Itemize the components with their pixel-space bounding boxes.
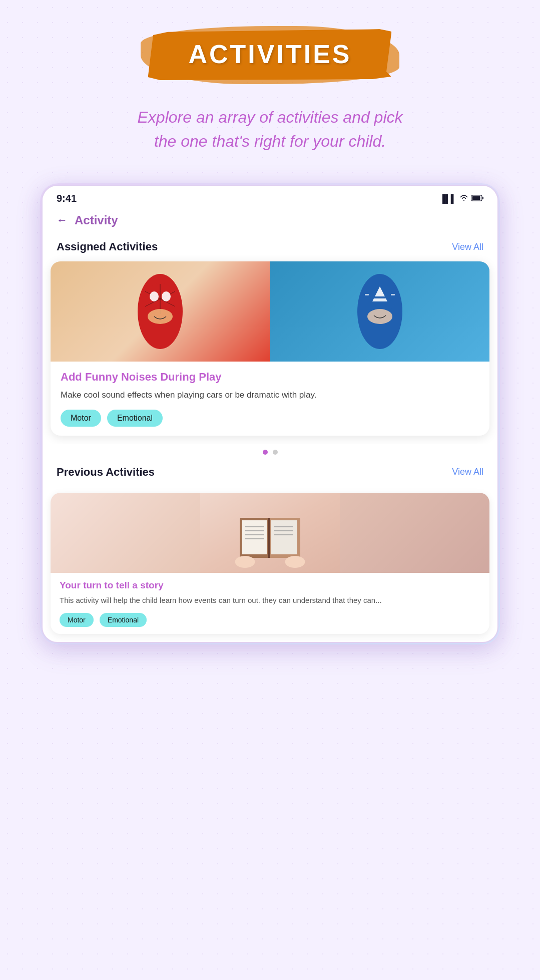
svg-point-33 bbox=[235, 556, 255, 568]
previous-view-all[interactable]: View All bbox=[452, 467, 483, 477]
dots-indicator bbox=[43, 444, 497, 461]
phone-mockup: 9:41 ▐▌▌ bbox=[40, 183, 500, 644]
status-bar: 9:41 ▐▌▌ bbox=[43, 186, 497, 208]
svg-point-8 bbox=[150, 291, 159, 301]
tag-emotional: Emotional bbox=[107, 410, 163, 427]
previous-tag-motor: Motor bbox=[60, 613, 94, 627]
svg-rect-15 bbox=[365, 294, 369, 295]
svg-point-17 bbox=[367, 309, 392, 324]
svg-point-10 bbox=[148, 309, 173, 324]
previous-card-body: Your turn to tell a story This activity … bbox=[51, 573, 489, 634]
page-subtitle: Explore an array of activities and pickt… bbox=[40, 105, 500, 153]
back-button[interactable]: ← bbox=[57, 214, 68, 227]
assigned-section-header: Assigned Activities View All bbox=[43, 235, 497, 261]
svg-rect-14 bbox=[374, 296, 386, 298]
dot-1 bbox=[263, 450, 268, 455]
previous-section-title: Previous Activities bbox=[57, 466, 155, 479]
svg-rect-16 bbox=[391, 294, 395, 295]
previous-card-tags: Motor Emotional bbox=[60, 613, 480, 627]
assigned-section-title: Assigned Activities bbox=[57, 240, 158, 253]
svg-rect-25 bbox=[271, 520, 297, 554]
nav-title: Activity bbox=[75, 213, 118, 227]
assigned-view-all[interactable]: View All bbox=[452, 242, 483, 252]
page-title: ACTIVITIES bbox=[188, 40, 351, 69]
battery-icon bbox=[471, 194, 483, 203]
title-banner: ACTIVITIES bbox=[40, 30, 500, 80]
status-time: 9:41 bbox=[57, 193, 77, 204]
previous-card-description: This activity will help the child learn … bbox=[60, 595, 480, 606]
svg-rect-2 bbox=[482, 197, 483, 199]
dot-2 bbox=[273, 450, 278, 455]
nav-bar: ← Activity bbox=[43, 208, 497, 235]
activity-card-large[interactable]: Add Funny Noises During Play Make cool s… bbox=[51, 261, 489, 436]
hero-right bbox=[270, 261, 490, 362]
svg-rect-24 bbox=[242, 520, 267, 554]
svg-point-34 bbox=[285, 556, 305, 568]
previous-card-image bbox=[51, 493, 489, 573]
status-icons: ▐▌▌ bbox=[439, 194, 483, 203]
previous-tag-emotional: Emotional bbox=[100, 613, 147, 627]
card-tags: Motor Emotional bbox=[61, 410, 479, 427]
previous-card-title: Your turn to tell a story bbox=[60, 580, 480, 591]
wifi-icon bbox=[459, 194, 468, 203]
card-image bbox=[51, 261, 489, 362]
card-title: Add Funny Noises During Play bbox=[61, 371, 479, 384]
signal-icon: ▐▌▌ bbox=[439, 194, 456, 203]
svg-rect-1 bbox=[472, 196, 480, 200]
previous-section-header: Previous Activities View All bbox=[43, 461, 497, 487]
card-body: Add Funny Noises During Play Make cool s… bbox=[51, 362, 489, 436]
svg-point-9 bbox=[162, 291, 171, 301]
hero-left bbox=[51, 261, 270, 362]
card-description: Make cool sound effects when playing car… bbox=[61, 389, 479, 402]
previous-activity-card[interactable]: Your turn to tell a story This activity … bbox=[51, 493, 489, 634]
tag-motor: Motor bbox=[61, 410, 101, 427]
